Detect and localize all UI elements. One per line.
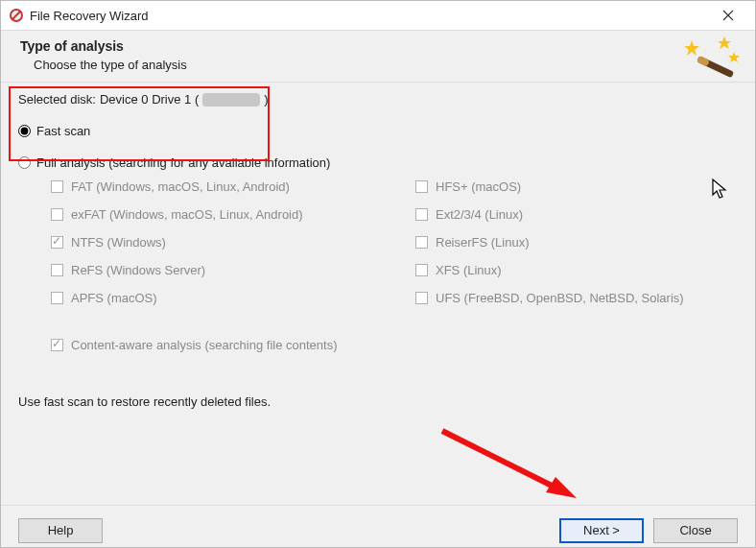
help-button-label: Help [48, 523, 74, 537]
fs-label: NTFS (Windows) [71, 235, 166, 250]
fast-scan-radio-input[interactable] [18, 125, 31, 137]
fs-label: HFS+ (macOS) [436, 179, 521, 194]
mouse-cursor-icon [711, 178, 730, 201]
content-aware-checkbox[interactable]: Content-aware analysis (searching file c… [51, 338, 738, 352]
fast-scan-radio[interactable]: Fast scan [18, 124, 738, 138]
checkbox-icon [415, 180, 428, 193]
fs-checkbox-ufs[interactable]: UFS (FreeBSD, OpenBSD, NetBSD, Solaris) [415, 291, 732, 305]
app-icon [9, 8, 24, 23]
close-button-label: Close [679, 523, 711, 537]
fs-label: APFS (macOS) [71, 291, 157, 305]
wizard-wand-icon [682, 33, 744, 79]
fs-checkbox-apfs[interactable]: APFS (macOS) [51, 291, 415, 305]
wizard-header: Type of analysis Choose the type of anal… [1, 30, 755, 83]
checkbox-icon [415, 208, 428, 221]
checkbox-icon [51, 236, 63, 249]
checkbox-icon [415, 292, 428, 304]
full-analysis-radio[interactable]: Full analysis (searching for any availab… [18, 155, 738, 170]
svg-marker-5 [718, 36, 731, 49]
content-aware-label: Content-aware analysis (searching file c… [71, 338, 337, 352]
fs-checkbox-xfs[interactable]: XFS (Linux) [415, 263, 732, 277]
fs-checkbox-ext[interactable]: Ext2/3/4 (Linux) [415, 207, 732, 222]
window-title: File Recovery Wizard [30, 9, 709, 23]
checkbox-icon [51, 292, 63, 304]
fs-checkbox-refs[interactable]: ReFS (Windows Server) [51, 263, 415, 277]
fs-label: XFS (Linux) [436, 263, 502, 277]
page-title: Type of analysis [20, 38, 740, 54]
checkbox-icon [51, 180, 63, 193]
page-subtitle: Choose the type of analysis [34, 58, 740, 72]
checkbox-icon [51, 208, 63, 221]
fs-checkbox-ntfs[interactable]: NTFS (Windows) [51, 235, 415, 250]
next-button[interactable]: Next > [559, 518, 644, 543]
svg-marker-4 [684, 40, 699, 56]
close-window-button[interactable] [709, 2, 747, 29]
titlebar: File Recovery Wizard [1, 1, 755, 30]
checkbox-icon [51, 264, 63, 276]
fs-checkbox-reiserfs[interactable]: ReiserFS (Linux) [415, 235, 732, 250]
next-button-label: Next > [583, 523, 620, 537]
close-button[interactable]: Close [653, 518, 738, 543]
fs-label: UFS (FreeBSD, OpenBSD, NetBSD, Solaris) [436, 291, 684, 305]
checkbox-icon [415, 236, 428, 249]
fs-checkbox-hfs[interactable]: HFS+ (macOS) [415, 179, 732, 194]
full-analysis-radio-input[interactable] [18, 156, 31, 169]
checkbox-icon [51, 339, 63, 351]
full-analysis-label: Full analysis (searching for any availab… [36, 155, 330, 170]
selected-disk-device: Device 0 Drive 1 ( [100, 92, 199, 107]
fs-label: exFAT (Windows, macOS, Linux, Android) [71, 207, 303, 222]
help-button[interactable]: Help [18, 518, 103, 543]
filesystem-grid: FAT (Windows, macOS, Linux, Android) HFS… [51, 179, 738, 305]
header-text: Type of analysis Choose the type of anal… [20, 38, 740, 72]
checkbox-icon [415, 264, 428, 276]
wizard-footer: Help Next > Close [1, 505, 755, 548]
fs-label: ReiserFS (Linux) [436, 235, 530, 250]
fs-checkbox-exfat[interactable]: exFAT (Windows, macOS, Linux, Android) [51, 207, 415, 222]
redacted-disk-name [202, 93, 260, 107]
fs-checkbox-fat[interactable]: FAT (Windows, macOS, Linux, Android) [51, 179, 415, 194]
selected-disk-prefix: Selected disk: [18, 92, 96, 107]
fs-label: FAT (Windows, macOS, Linux, Android) [71, 179, 290, 194]
fs-label: ReFS (Windows Server) [71, 263, 205, 277]
wizard-body: Selected disk: Device 0 Drive 1 ( ) Fast… [1, 83, 755, 505]
selected-disk-label: Selected disk: Device 0 Drive 1 ( ) [18, 92, 738, 107]
selected-disk-suffix: ) [264, 92, 268, 107]
fs-label: Ext2/3/4 (Linux) [436, 207, 523, 222]
svg-marker-6 [728, 52, 740, 62]
hint-text: Use fast scan to restore recently delete… [18, 394, 738, 409]
fast-scan-label: Fast scan [36, 124, 90, 138]
